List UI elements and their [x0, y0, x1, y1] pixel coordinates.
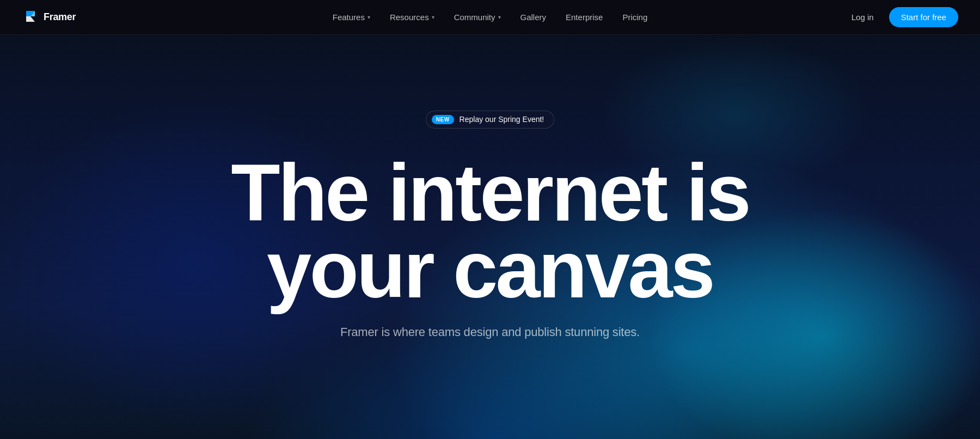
- hero-section: NEW Replay our Spring Event! The interne…: [0, 0, 980, 439]
- navbar: Framer Features ▾ Resources ▾ Community …: [0, 0, 980, 35]
- badge-description: Replay our Spring Event!: [460, 115, 544, 124]
- login-button[interactable]: Log in: [843, 8, 883, 26]
- hero-content: NEW Replay our Spring Event! The interne…: [231, 100, 749, 339]
- nav-item-gallery[interactable]: Gallery: [512, 8, 555, 26]
- badge-new-label: NEW: [432, 115, 454, 124]
- nav-item-community[interactable]: Community ▾: [445, 8, 510, 26]
- nav-item-features[interactable]: Features ▾: [324, 8, 379, 26]
- framer-logo-icon: [22, 9, 39, 26]
- start-for-free-button[interactable]: Start for free: [889, 7, 958, 27]
- logo-text: Framer: [44, 11, 76, 23]
- nav-logo-group[interactable]: Framer: [22, 9, 76, 26]
- nav-center: Features ▾ Resources ▾ Community ▾ Galle…: [324, 8, 657, 26]
- hero-subtitle: Framer is where teams design and publish…: [340, 325, 640, 339]
- nav-item-resources[interactable]: Resources ▾: [381, 8, 443, 26]
- nav-item-pricing[interactable]: Pricing: [614, 8, 656, 26]
- chevron-down-icon: ▾: [498, 14, 501, 20]
- chevron-down-icon: ▾: [432, 14, 434, 20]
- chevron-down-icon: ▾: [367, 14, 370, 20]
- nav-right: Log in Start for free: [843, 7, 958, 27]
- announcement-badge[interactable]: NEW Replay our Spring Event!: [426, 111, 554, 129]
- hero-heading: The internet is your canvas: [231, 155, 749, 308]
- nav-item-enterprise[interactable]: Enterprise: [557, 8, 611, 26]
